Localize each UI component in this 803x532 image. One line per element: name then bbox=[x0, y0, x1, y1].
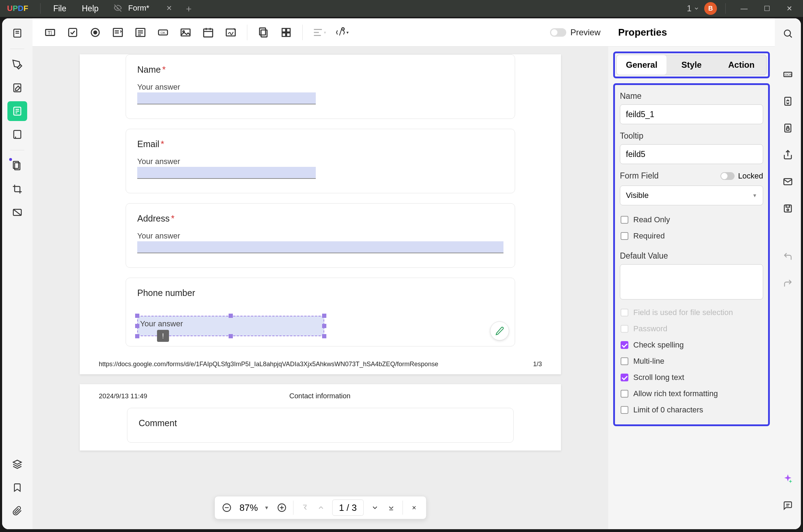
right-rail: OCR bbox=[775, 18, 801, 529]
email-label: Email bbox=[137, 139, 159, 149]
multi-line-checkbox[interactable]: Multi-line bbox=[620, 353, 763, 369]
text-field-tool[interactable]: T| bbox=[40, 23, 60, 42]
locked-toggle[interactable] bbox=[720, 172, 735, 180]
align-tool[interactable]: ▾ bbox=[309, 23, 329, 42]
close-zoom-bar[interactable]: ✕ bbox=[407, 501, 421, 515]
comment-indicator[interactable]: ! bbox=[157, 330, 169, 342]
address-field[interactable]: Your answer bbox=[137, 241, 503, 253]
section-title: Contact information bbox=[147, 392, 493, 400]
rail-layers[interactable] bbox=[7, 454, 27, 474]
svg-rect-35 bbox=[261, 30, 267, 37]
prev-page-button[interactable] bbox=[314, 501, 328, 515]
grid-tool[interactable] bbox=[276, 23, 296, 42]
preview-toggle[interactable] bbox=[550, 28, 566, 37]
address-label: Address bbox=[137, 213, 170, 223]
rail-edit[interactable] bbox=[7, 78, 27, 98]
limit-chars-checkbox[interactable]: Limit of 0 characters bbox=[620, 402, 763, 418]
default-value-input[interactable] bbox=[620, 264, 763, 300]
tab-style[interactable]: Style bbox=[666, 55, 716, 75]
duplicate-tool[interactable] bbox=[254, 23, 273, 42]
page-indicator-input[interactable]: 1 / 3 bbox=[332, 500, 364, 516]
visibility-select[interactable]: Visible▼ bbox=[620, 186, 763, 205]
name-input[interactable] bbox=[620, 104, 763, 124]
scroll-long-checkbox[interactable]: Scroll long text bbox=[620, 369, 763, 386]
tools-menu[interactable]: ▾ bbox=[332, 23, 351, 42]
required-checkbox[interactable]: Required bbox=[620, 228, 763, 244]
svg-text:T|: T| bbox=[48, 30, 52, 35]
radio-tool[interactable] bbox=[85, 23, 105, 42]
image-tool[interactable] bbox=[176, 23, 195, 42]
comment-label: Comment bbox=[139, 418, 177, 428]
rail-attachment[interactable] bbox=[7, 501, 27, 521]
save-icon[interactable] bbox=[780, 200, 796, 217]
rail-page-view[interactable] bbox=[7, 23, 27, 43]
form-card-comment: Comment bbox=[127, 408, 514, 443]
rail-redact[interactable] bbox=[7, 202, 27, 222]
tab-general[interactable]: General bbox=[617, 55, 666, 75]
window-count[interactable]: 1 bbox=[686, 4, 701, 13]
last-page-button[interactable] bbox=[384, 501, 398, 515]
ai-icon[interactable] bbox=[780, 471, 796, 487]
add-tab-button[interactable]: ＋ bbox=[179, 2, 199, 15]
date-tool[interactable] bbox=[198, 23, 218, 42]
email-field[interactable]: Your answer bbox=[137, 167, 316, 179]
signature-tool[interactable] bbox=[221, 23, 241, 42]
required-indicator: * bbox=[162, 65, 166, 74]
app-logo: UPDF bbox=[0, 4, 35, 13]
checkbox-tool[interactable] bbox=[63, 23, 83, 42]
menu-file[interactable]: File bbox=[46, 4, 74, 13]
close-window-button[interactable]: ✕ bbox=[780, 0, 799, 17]
svg-marker-13 bbox=[13, 460, 21, 464]
rail-annotate[interactable] bbox=[7, 55, 27, 74]
check-spelling-checkbox[interactable]: Check spelling bbox=[620, 337, 763, 353]
rich-text-checkbox[interactable]: Allow rich text formatting bbox=[620, 386, 763, 402]
tab-close-icon[interactable]: ✕ bbox=[163, 2, 175, 14]
locked-label: Locked bbox=[738, 171, 763, 181]
feedback-icon[interactable] bbox=[780, 497, 796, 514]
edit-fab[interactable] bbox=[490, 321, 509, 340]
svg-rect-62 bbox=[786, 205, 790, 207]
tab-action[interactable]: Action bbox=[717, 55, 766, 75]
zoom-in-button[interactable] bbox=[275, 501, 289, 515]
menu-help[interactable]: Help bbox=[74, 4, 106, 13]
rail-form[interactable] bbox=[7, 101, 27, 121]
svg-rect-28 bbox=[181, 29, 190, 36]
svg-rect-39 bbox=[282, 33, 286, 36]
next-page-button[interactable] bbox=[368, 501, 382, 515]
name-field[interactable]: Your answer bbox=[137, 92, 316, 104]
svg-line-53 bbox=[790, 36, 792, 38]
protect-icon[interactable] bbox=[780, 120, 796, 136]
maximize-button[interactable]: ☐ bbox=[757, 0, 777, 17]
read-only-checkbox[interactable]: Read Only bbox=[620, 212, 763, 228]
listbox-tool[interactable] bbox=[131, 23, 150, 42]
svg-point-44 bbox=[342, 28, 344, 30]
document-canvas: T| OK ▾ ▾ Preview Name* You bbox=[32, 18, 608, 529]
search-icon[interactable] bbox=[780, 25, 796, 42]
zoom-level[interactable]: 87%▼ bbox=[236, 502, 273, 513]
email-icon[interactable] bbox=[780, 174, 796, 190]
rail-organize[interactable] bbox=[7, 125, 27, 144]
button-tool[interactable]: OK bbox=[153, 23, 173, 42]
convert-icon[interactable] bbox=[780, 93, 796, 109]
tooltip-input[interactable] bbox=[620, 144, 763, 164]
svg-rect-36 bbox=[260, 28, 266, 35]
undo-icon[interactable] bbox=[780, 248, 796, 265]
svg-rect-40 bbox=[286, 33, 290, 36]
rail-bookmark[interactable] bbox=[7, 478, 27, 497]
rail-crop[interactable] bbox=[7, 179, 27, 199]
document-tab[interactable]: Form* ✕ bbox=[106, 0, 179, 17]
svg-point-18 bbox=[94, 31, 97, 34]
document-page: Name* Your answer Email* Your answer Add… bbox=[80, 54, 561, 374]
properties-general-highlight: Name Tooltip Form Field Locked Visible▼ … bbox=[613, 83, 770, 426]
user-avatar[interactable]: B bbox=[704, 2, 717, 15]
first-page-button[interactable] bbox=[298, 501, 312, 515]
ocr-icon[interactable]: OCR bbox=[780, 66, 796, 83]
properties-panel: Properties General Style Action Name Too… bbox=[608, 18, 775, 529]
minimize-button[interactable]: — bbox=[734, 0, 754, 17]
dropdown-tool[interactable] bbox=[108, 23, 128, 42]
svg-point-63 bbox=[787, 209, 789, 211]
zoom-out-button[interactable] bbox=[220, 501, 234, 515]
rail-active-indicator bbox=[9, 158, 12, 161]
share-icon[interactable] bbox=[780, 147, 796, 163]
redo-icon[interactable] bbox=[780, 275, 796, 291]
